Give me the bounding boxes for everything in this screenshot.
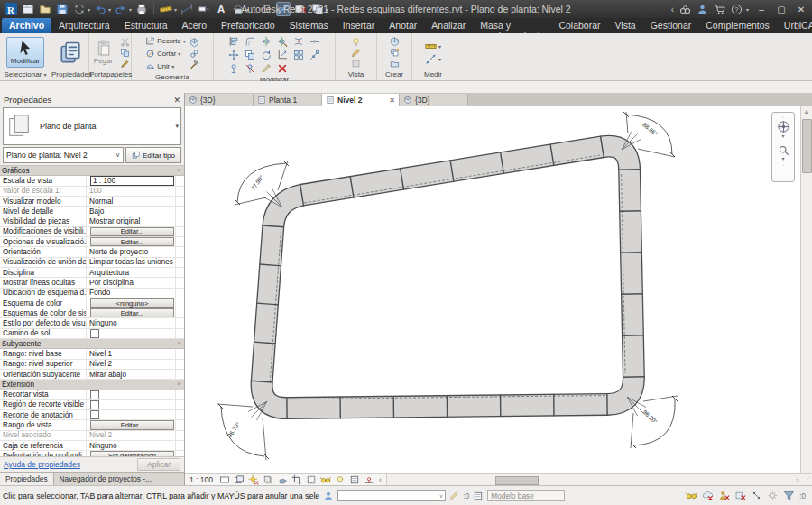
dropdown-caret-icon[interactable]: ▾ xyxy=(108,6,111,13)
thin-lines-icon[interactable] xyxy=(276,2,291,16)
section-icon[interactable] xyxy=(259,2,273,16)
property-checkbox[interactable] xyxy=(90,329,99,338)
view-tab-nivel2-2[interactable]: Nivel 2✕ xyxy=(322,94,400,106)
geometry-tool-cortar[interactable]: Cortar▾ xyxy=(145,48,185,60)
scroll-right-icon[interactable]: › xyxy=(791,476,804,484)
copy-icon[interactable] xyxy=(120,48,130,58)
close-view-icon[interactable]: ✕ xyxy=(389,96,395,105)
worker-x-icon[interactable] xyxy=(718,490,730,501)
match-icon[interactable] xyxy=(261,63,272,74)
property-value[interactable] xyxy=(87,390,175,399)
property-value[interactable]: Mirar abajo xyxy=(87,370,175,379)
associate-parameter-cell[interactable] xyxy=(175,197,184,206)
horizontal-scroll-thumb[interactable] xyxy=(495,476,539,485)
associate-parameter-cell[interactable] xyxy=(175,318,184,327)
property-value[interactable]: Nivel 2 xyxy=(87,431,175,440)
ribbon-tab-vista[interactable]: Vista xyxy=(608,18,643,33)
revit-logo-icon[interactable]: R xyxy=(4,2,18,16)
drawing-area[interactable]: 77.90°88.86°86.20°96.70° ◦ ▾ ▾ ◦ xyxy=(185,106,800,473)
scale-icon[interactable] xyxy=(309,50,320,60)
edit-type-button[interactable]: Editar tipo xyxy=(125,147,181,163)
open-icon[interactable] xyxy=(38,2,52,16)
view-tab-planta1-1[interactable]: Planta 1 xyxy=(254,94,322,106)
folder-icon[interactable] xyxy=(390,59,400,69)
close-hidden-icon[interactable] xyxy=(293,2,308,16)
dropdown-caret-icon[interactable]: ▾ xyxy=(171,63,174,69)
sun-x-icon[interactable] xyxy=(247,475,259,485)
panel-label-select[interactable]: Seleccionar ▾ xyxy=(0,69,51,80)
view-scale[interactable]: 1 : 100 xyxy=(189,475,213,484)
scissors-icon[interactable] xyxy=(120,37,130,47)
trim-icon[interactable] xyxy=(277,50,288,60)
properties-icon[interactable] xyxy=(59,41,82,64)
floor-plan-drawing[interactable]: 77.90°88.86°86.20°96.70° xyxy=(185,106,800,473)
associate-parameter-cell[interactable] xyxy=(175,187,184,196)
crop-view-icon[interactable] xyxy=(291,475,302,485)
associate-parameter-cell[interactable] xyxy=(175,216,184,225)
person-icon[interactable] xyxy=(697,4,708,15)
steering-wheel-icon[interactable] xyxy=(777,120,790,133)
undo-icon[interactable] xyxy=(93,2,107,16)
paste-button[interactable]: Pegar xyxy=(90,38,116,67)
ribbon-tab-prefabricado[interactable]: Prefabricado xyxy=(214,18,282,33)
view-tab-3d-0[interactable]: {3D} xyxy=(185,94,254,106)
horizontal-scrollbar[interactable] xyxy=(387,474,791,485)
ribbon-tab-insertar[interactable]: Insertar xyxy=(336,18,383,33)
associate-parameter-cell[interactable] xyxy=(175,298,184,308)
property-edit-button[interactable]: Editar... xyxy=(90,420,174,429)
funnel-icon[interactable] xyxy=(783,490,795,501)
mirror-draw-icon[interactable] xyxy=(277,36,288,47)
property-checkbox[interactable] xyxy=(90,400,99,409)
visual-style-icon[interactable] xyxy=(233,475,245,485)
minimize-button[interactable]: – xyxy=(754,5,769,14)
close-button[interactable]: ✕ xyxy=(794,5,808,14)
gray-box-icon[interactable] xyxy=(351,59,361,69)
worksharing-icon[interactable] xyxy=(323,491,334,501)
hammer-icon[interactable] xyxy=(189,60,199,69)
measure-tool-ruler[interactable]: ▾ xyxy=(425,41,441,52)
sync-icon[interactable] xyxy=(72,2,87,16)
property-value[interactable]: Arquitectura xyxy=(87,268,175,277)
gear-icon[interactable] xyxy=(767,490,779,501)
property-value[interactable]: Ninguno xyxy=(87,318,175,327)
property-value[interactable] xyxy=(87,329,175,338)
unpin-icon[interactable] xyxy=(245,63,255,74)
section-collapse-icon[interactable]: ^ xyxy=(178,341,180,347)
close-icon[interactable]: ✕ xyxy=(173,96,180,105)
associate-parameter-cell[interactable] xyxy=(175,278,184,287)
section-collapse-icon[interactable]: ^ xyxy=(178,381,180,388)
vertical-scroll-thumb[interactable] xyxy=(802,119,812,173)
ribbon-tab-estructura[interactable]: Estructura xyxy=(117,18,175,33)
apply-button[interactable]: Aplicar xyxy=(137,458,180,471)
tag-icon[interactable] xyxy=(197,2,211,16)
associate-parameter-cell[interactable] xyxy=(175,207,184,216)
ribbon-tab-masa-y-emplazamiento[interactable]: Masa y emplazamiento xyxy=(473,18,551,33)
associate-parameter-cell[interactable] xyxy=(175,431,184,440)
pencil-icon[interactable] xyxy=(351,48,361,58)
ribbon-tab-gestionar[interactable]: Gestionar xyxy=(643,18,699,33)
angular-dimension[interactable]: 86.20° xyxy=(631,396,678,448)
dropdown-caret-icon[interactable]: ▾ xyxy=(438,43,441,50)
dropdown-caret-icon[interactable]: ▾ xyxy=(174,6,177,13)
associate-parameter-cell[interactable] xyxy=(175,370,184,379)
delete-icon[interactable] xyxy=(277,63,288,74)
mirror-pick-icon[interactable] xyxy=(261,36,272,47)
property-section-header[interactable]: Subyacente^ xyxy=(0,339,184,349)
temp-props-icon[interactable] xyxy=(348,475,360,485)
property-value[interactable]: Fondo xyxy=(87,289,175,298)
cart-icon[interactable] xyxy=(714,4,725,15)
associate-parameter-cell[interactable] xyxy=(175,329,184,338)
property-checkbox[interactable] xyxy=(90,390,99,399)
design-options-icon[interactable] xyxy=(473,491,484,501)
search-expand-icon[interactable]: ‹ xyxy=(671,5,674,14)
zoom-tool-icon[interactable] xyxy=(778,144,789,156)
ribbon-tab-colaborar[interactable]: Colaborar xyxy=(551,18,607,33)
ribbon-tab-archivo[interactable]: Archivo xyxy=(2,18,51,33)
associate-parameter-cell[interactable] xyxy=(175,289,184,298)
associate-parameter-cell[interactable] xyxy=(175,308,184,317)
dropdown-caret-icon[interactable]: ▾ xyxy=(129,6,132,13)
geometry-tool-unir[interactable]: Unir▾ xyxy=(145,60,185,72)
bulb-icon[interactable] xyxy=(351,37,361,47)
design-option-combobox[interactable]: Modelo base xyxy=(487,490,565,501)
property-edit-button[interactable]: Editar... xyxy=(90,308,174,317)
